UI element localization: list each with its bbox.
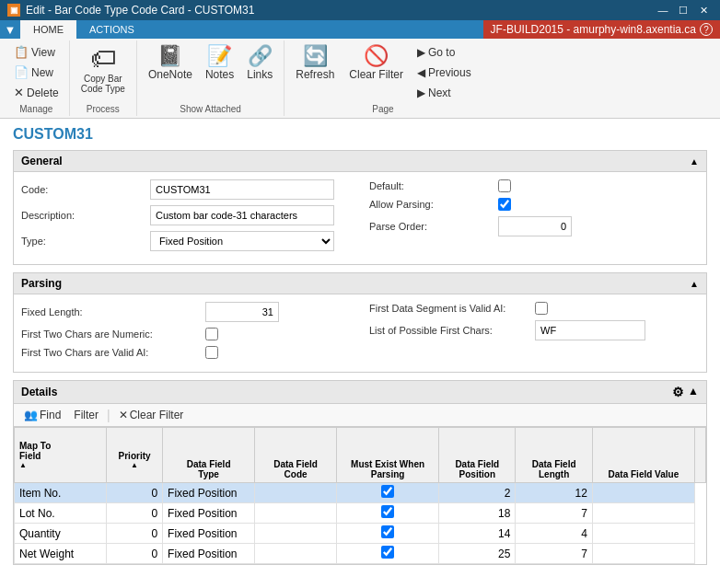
col-priority[interactable]: Priority ▲ <box>107 428 163 483</box>
allow-parsing-checkbox[interactable] <box>498 198 511 211</box>
cell-data-field-code[interactable] <box>255 544 337 564</box>
parsing-section-header[interactable]: Parsing ▲ <box>14 273 706 294</box>
previous-button[interactable]: ◀ Previous <box>412 63 476 82</box>
manage-group-label: Manage <box>19 102 52 114</box>
cell-data-field-length[interactable]: 7 <box>516 544 592 564</box>
cell-data-field-length[interactable]: 4 <box>516 524 592 544</box>
col-data-field-type[interactable]: Data FieldType <box>163 428 255 483</box>
cell-data-field-type[interactable]: Fixed Position <box>163 483 255 503</box>
table-row[interactable]: Item No.0Fixed Position212 <box>15 483 706 503</box>
cell-map-to-field[interactable]: Net Weight <box>15 544 107 564</box>
must-exist-checkbox[interactable] <box>381 525 394 538</box>
maximize-button[interactable]: ☐ <box>674 3 692 17</box>
parsing-section-label: Parsing <box>21 277 62 290</box>
close-button[interactable]: ✕ <box>694 3 713 17</box>
cell-map-to-field[interactable]: Item No. <box>15 483 107 503</box>
cell-data-field-type[interactable]: Fixed Position <box>163 503 255 524</box>
view-button[interactable]: 📋 View <box>9 42 60 62</box>
first-two-chars-numeric-label: First Two Chars are Numeric: <box>21 329 205 340</box>
tab-actions[interactable]: ACTIONS <box>76 20 147 39</box>
cell-data-field-length[interactable]: 7 <box>516 503 592 524</box>
col-data-field-position[interactable]: Data FieldPosition <box>439 428 516 483</box>
nav-menu-icon[interactable]: ▼ <box>5 23 17 37</box>
tab-home[interactable]: HOME <box>20 20 76 39</box>
cell-data-field-code[interactable] <box>255 483 337 503</box>
default-checkbox[interactable] <box>498 179 511 192</box>
clear-filter-icon: 🚫 <box>364 46 389 66</box>
cell-data-field-position[interactable]: 2 <box>439 483 516 503</box>
previous-icon: ◀ <box>417 66 425 79</box>
next-button[interactable]: ▶ Next <box>412 84 476 102</box>
col-data-field-value[interactable]: Data Field Value <box>592 428 694 483</box>
cell-must-exist[interactable] <box>337 524 439 544</box>
parse-order-input[interactable] <box>498 216 572 236</box>
cell-data-field-position[interactable]: 18 <box>439 503 516 524</box>
must-exist-checkbox[interactable] <box>381 485 394 498</box>
must-exist-checkbox[interactable] <box>381 546 394 559</box>
cell-data-field-position[interactable]: 14 <box>439 524 516 544</box>
cell-data-field-position[interactable]: 25 <box>439 544 516 564</box>
first-two-chars-valid-ai-checkbox[interactable] <box>205 346 218 359</box>
details-section-header[interactable]: Details ⚙ ▲ <box>14 381 706 404</box>
table-row[interactable]: Net Weight0Fixed Position257 <box>15 544 706 564</box>
table-row[interactable]: Lot No.0Fixed Position187 <box>15 503 706 524</box>
cell-data-field-value[interactable] <box>592 503 694 524</box>
cell-map-to-field[interactable]: Lot No. <box>15 503 107 524</box>
table-row[interactable]: Quantity0Fixed Position144 <box>15 524 706 544</box>
links-button[interactable]: 🔗 Links <box>241 42 278 85</box>
cell-priority[interactable]: 0 <box>107 544 163 564</box>
notes-button[interactable]: 📝 Notes <box>200 42 239 85</box>
must-exist-checkbox[interactable] <box>381 505 394 518</box>
goto-button[interactable]: ▶ Go to <box>412 43 476 62</box>
refresh-button[interactable]: 🔄 Refresh <box>290 42 340 85</box>
details-table-container[interactable]: Map ToField ▲ Priority ▲ Data FieldType … <box>14 427 706 564</box>
clear-filter-button[interactable]: 🚫 Clear Filter <box>343 42 409 85</box>
parsing-form-columns: Fixed Length: First Two Chars are Numeri… <box>21 302 699 364</box>
links-label: Links <box>247 68 273 81</box>
minimize-button[interactable]: — <box>654 3 672 17</box>
col-data-field-length[interactable]: Data FieldLength <box>516 428 592 483</box>
code-input[interactable] <box>150 179 334 200</box>
cell-priority[interactable]: 0 <box>107 524 163 544</box>
cell-data-field-type[interactable]: Fixed Position <box>163 524 255 544</box>
cell-data-field-code[interactable] <box>255 524 337 544</box>
cell-data-field-length[interactable]: 12 <box>516 483 592 503</box>
cell-must-exist[interactable] <box>337 544 439 564</box>
cell-map-to-field[interactable]: Quantity <box>15 524 107 544</box>
cell-data-field-value[interactable] <box>592 483 694 503</box>
col-map-to-field[interactable]: Map ToField ▲ <box>15 428 107 483</box>
first-two-chars-numeric-checkbox[interactable] <box>205 328 218 340</box>
first-data-segment-checkbox[interactable] <box>535 302 548 315</box>
cell-data-field-type[interactable]: Fixed Position <box>163 544 255 564</box>
onenote-button[interactable]: 📓 OneNote <box>143 42 198 85</box>
general-left-col: Code: Description: Type: Fixed Position … <box>21 179 351 257</box>
clear-filter-detail-button[interactable]: ✕ Clear Filter <box>114 407 189 423</box>
refresh-icon: 🔄 <box>303 46 328 66</box>
server-badge-text: JF-BUILD2015 - amurphy-win8.axentia.ca <box>491 23 696 36</box>
fixed-length-input[interactable] <box>205 302 279 322</box>
description-input[interactable] <box>150 205 334 225</box>
help-icon[interactable]: ? <box>700 23 713 36</box>
find-button[interactable]: 👥 Find <box>19 407 65 423</box>
cell-data-field-code[interactable] <box>255 503 337 524</box>
col-data-field-code[interactable]: Data FieldCode <box>255 428 337 483</box>
new-button[interactable]: 📄 New <box>9 63 58 82</box>
show-attached-buttons: 📓 OneNote 📝 Notes 🔗 Links <box>143 42 278 102</box>
cell-must-exist[interactable] <box>337 483 439 503</box>
type-select[interactable]: Fixed Position Variable Position <box>150 231 334 251</box>
list-of-possible-input[interactable] <box>535 320 645 340</box>
cell-priority[interactable]: 0 <box>107 483 163 503</box>
onenote-icon: 📓 <box>157 46 182 66</box>
cell-data-field-value[interactable] <box>592 524 694 544</box>
delete-button[interactable]: ✕ Delete <box>9 83 64 102</box>
cell-priority[interactable]: 0 <box>107 503 163 524</box>
general-section-header[interactable]: General ▲ <box>14 151 706 172</box>
copy-bar-code-type-button[interactable]: 🏷 Copy Bar Code Type <box>75 42 131 98</box>
filter-button[interactable]: Filter <box>69 407 103 423</box>
cell-data-field-value[interactable] <box>592 544 694 564</box>
gear-icon[interactable]: ⚙ <box>672 385 684 399</box>
col-must-exist[interactable]: Must Exist WhenParsing <box>337 428 439 483</box>
main-content: CUSTOM31 General ▲ Code: Description: <box>0 119 720 588</box>
cell-must-exist[interactable] <box>337 503 439 524</box>
allow-parsing-label: Allow Parsing: <box>369 199 498 210</box>
